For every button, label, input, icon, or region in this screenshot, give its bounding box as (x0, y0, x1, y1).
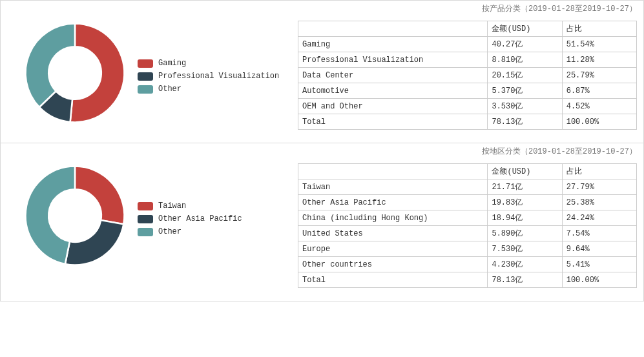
table-cell: 25.38% (562, 195, 636, 210)
table-cell: Other countries (298, 257, 488, 272)
table-cell: 5.41% (562, 257, 636, 272)
legend-swatch-teal (138, 85, 153, 94)
table-header-row: 金额(USD) 占比 (298, 164, 637, 179)
panel-region-title: 按地区分类（2019-01-28至2019-10-27） (1, 143, 643, 161)
table-cell: 19.83亿 (488, 195, 562, 210)
legend-item: Taiwan (138, 201, 242, 210)
donut-chart-region (20, 161, 130, 270)
legend-item: Gaming (138, 59, 279, 68)
table-cell: Automotive (298, 83, 488, 99)
panel-product-body: Gaming Professional Visualization Other … (1, 18, 643, 143)
table-cell: 20.15亿 (488, 68, 562, 83)
legend-swatch-red (138, 202, 153, 210)
table-cell: 4.230亿 (488, 257, 562, 272)
legend-swatch-navy (138, 72, 153, 81)
panel-region-body: Taiwan Other Asia Pacific Other 金额(USD) (1, 161, 643, 301)
table-cell: Data Center (298, 68, 488, 83)
table-cell: Total (298, 272, 488, 288)
chart-region-area: Taiwan Other Asia Pacific Other (1, 161, 298, 270)
table-row: Other Asia Pacific19.83亿25.38% (298, 195, 637, 210)
legend-label: Other Asia Pacific (158, 214, 242, 223)
table-cell: 27.79% (562, 179, 636, 195)
legend-swatch-teal (138, 228, 153, 236)
donut-slice (70, 24, 125, 123)
col-name-header (298, 164, 488, 179)
table-row: Taiwan21.71亿27.79% (298, 179, 637, 195)
table-cell: 9.64% (562, 241, 636, 257)
legend-product: Gaming Professional Visualization Other (138, 48, 279, 97)
legend-item: Other (138, 85, 279, 94)
table-cell: Professional Visualization (298, 52, 488, 68)
table-cell: 5.890亿 (488, 226, 562, 241)
table-row: China (including Hong Kong)18.94亿24.24% (298, 210, 637, 226)
table-cell: Taiwan (298, 179, 488, 195)
table-cell: 100.00% (562, 272, 636, 288)
col-pct-header: 占比 (562, 21, 636, 37)
table-cell: Gaming (298, 37, 488, 52)
donut-slice (25, 167, 75, 264)
table-row: Total78.13亿100.00% (298, 114, 637, 130)
table-cell: Europe (298, 241, 488, 257)
table-cell: Other Asia Pacific (298, 195, 488, 210)
table-cell: 25.79% (562, 68, 636, 83)
table-row: Gaming40.27亿51.54% (298, 37, 637, 52)
table-cell: China (including Hong Kong) (298, 210, 488, 226)
legend-item: Professional Visualization (138, 72, 279, 81)
table-row: United States5.890亿7.54% (298, 226, 637, 241)
legend-item: Other Asia Pacific (138, 214, 242, 223)
table-product-area: 金额(USD) 占比 Gaming40.27亿51.54%Professiona… (298, 18, 643, 130)
table-cell: 5.370亿 (488, 83, 562, 99)
table-cell: 18.94亿 (488, 210, 562, 226)
donut-chart-product (20, 18, 130, 128)
table-cell: 4.52% (562, 99, 636, 114)
table-cell: 40.27亿 (488, 37, 562, 52)
table-cell: 78.13亿 (488, 272, 562, 288)
legend-label: Other (158, 85, 182, 94)
table-row: Total78.13亿100.00% (298, 272, 637, 288)
legend-label: Other (158, 227, 182, 236)
table-row: Professional Visualization8.810亿11.28% (298, 52, 637, 68)
table-cell: 11.28% (562, 52, 636, 68)
table-row: Automotive5.370亿6.87% (298, 83, 637, 99)
table-cell: 7.530亿 (488, 241, 562, 257)
legend-label: Gaming (158, 59, 186, 68)
table-cell: OEM and Other (298, 99, 488, 114)
donut-slice (75, 167, 125, 225)
chart-product-area: Gaming Professional Visualization Other (1, 18, 298, 128)
legend-label: Taiwan (158, 201, 186, 210)
col-amount-header: 金额(USD) (488, 21, 562, 37)
table-row: Other countries4.230亿5.41% (298, 257, 637, 272)
table-row: Europe7.530亿9.64% (298, 241, 637, 257)
table-cell: 3.530亿 (488, 99, 562, 114)
legend-item: Other (138, 227, 242, 236)
legend-swatch-navy (138, 215, 153, 223)
legend-region: Taiwan Other Asia Pacific Other (138, 191, 242, 240)
col-name-header (298, 21, 488, 37)
donut-slice (65, 220, 123, 265)
table-cell: 24.24% (562, 210, 636, 226)
table-cell: Total (298, 114, 488, 130)
table-cell: 100.00% (562, 114, 636, 130)
table-row: OEM and Other3.530亿4.52% (298, 99, 637, 114)
table-row: Data Center20.15亿25.79% (298, 68, 637, 83)
panel-product: 按产品分类（2019-01-28至2019-10-27） Gaming Prof… (0, 0, 644, 143)
table-cell: United States (298, 226, 488, 241)
table-region: 金额(USD) 占比 Taiwan21.71亿27.79%Other Asia … (298, 163, 637, 288)
table-cell: 21.71亿 (488, 179, 562, 195)
legend-label: Professional Visualization (158, 72, 279, 81)
donut-slice (26, 24, 76, 107)
table-cell: 7.54% (562, 226, 636, 241)
table-region-area: 金额(USD) 占比 Taiwan21.71亿27.79%Other Asia … (298, 161, 643, 288)
table-product: 金额(USD) 占比 Gaming40.27亿51.54%Professiona… (298, 21, 637, 130)
panel-product-title: 按产品分类（2019-01-28至2019-10-27） (1, 1, 643, 18)
col-pct-header: 占比 (562, 164, 636, 179)
panel-region: 按地区分类（2019-01-28至2019-10-27） Taiwan Othe… (0, 143, 644, 301)
table-header-row: 金额(USD) 占比 (298, 21, 637, 37)
col-amount-header: 金额(USD) (488, 164, 562, 179)
table-cell: 51.54% (562, 37, 636, 52)
table-cell: 6.87% (562, 83, 636, 99)
table-cell: 8.810亿 (488, 52, 562, 68)
table-cell: 78.13亿 (488, 114, 562, 130)
legend-swatch-red (138, 59, 153, 68)
